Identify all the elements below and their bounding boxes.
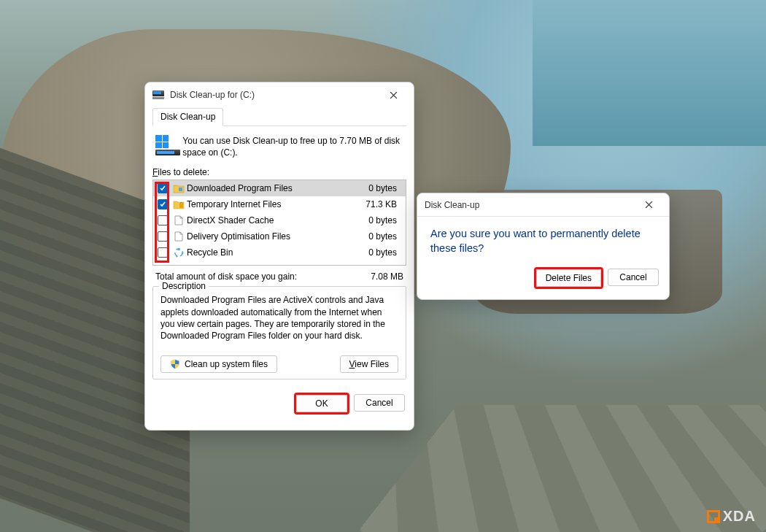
desktop-wallpaper: Disk Clean-up for (C:) Disk Clean-up You…	[0, 0, 766, 532]
file-list-row[interactable]: Temporary Internet Files71.3 KB	[153, 196, 406, 212]
tab-strip: Disk Clean-up	[152, 107, 406, 126]
svg-rect-1	[179, 204, 183, 208]
files-list[interactable]: Downloaded Program Files0 bytesTemporary…	[152, 180, 406, 266]
description-text: Downloaded Program Files are ActiveX con…	[160, 294, 398, 342]
file-checkbox[interactable]	[158, 247, 168, 258]
file-type-icon	[172, 183, 185, 193]
file-name: Recycle Bin	[185, 247, 355, 258]
close-button[interactable]	[379, 85, 408, 105]
view-files-button[interactable]: View Files	[340, 355, 398, 373]
file-list-row[interactable]: Delivery Optimisation Files0 bytes	[153, 228, 406, 244]
file-name: Temporary Internet Files	[185, 199, 355, 209]
confirm-close-button[interactable]	[634, 195, 663, 215]
description-groupbox: Description Downloaded Program Files are…	[152, 286, 406, 379]
file-checkbox[interactable]	[158, 215, 168, 225]
file-type-icon	[172, 199, 185, 209]
wallpaper-pavers	[357, 405, 766, 532]
delete-files-button[interactable]: Delete Files	[536, 269, 601, 287]
shield-icon	[170, 359, 180, 369]
file-checkbox[interactable]	[158, 231, 168, 242]
xda-watermark: XDA	[707, 508, 756, 525]
file-size: 0 bytes	[355, 183, 401, 193]
window-title: Disk Clean-up for (C:)	[170, 90, 379, 100]
close-icon	[645, 201, 653, 209]
file-checkbox[interactable]	[158, 199, 168, 209]
intro-text: You can use Disk Clean-up to free up to …	[182, 135, 403, 158]
close-icon	[390, 91, 398, 99]
ok-button[interactable]: OK	[296, 395, 347, 412]
file-type-icon	[172, 231, 185, 242]
files-to-delete-label: Files to delete:	[152, 167, 406, 177]
file-size: 0 bytes	[355, 247, 401, 258]
file-checkbox[interactable]	[158, 183, 168, 193]
svg-rect-0	[179, 188, 182, 191]
file-list-row[interactable]: DirectX Shader Cache0 bytes	[153, 212, 406, 228]
description-legend: Description	[159, 281, 209, 291]
disk-cleanup-window: Disk Clean-up for (C:) Disk Clean-up You…	[144, 82, 414, 431]
total-gain-value: 7.08 MB	[371, 271, 403, 282]
confirm-dialog: Disk Clean-up Are you sure you want to p…	[417, 193, 670, 300]
wallpaper-ocean	[533, 0, 766, 146]
file-type-icon	[172, 247, 185, 258]
file-size: 71.3 KB	[355, 199, 401, 209]
file-list-row[interactable]: Recycle Bin0 bytes	[153, 244, 406, 261]
clean-system-files-button[interactable]: Clean up system files	[160, 355, 277, 373]
file-name: Downloaded Program Files	[185, 183, 355, 193]
view-files-label-rest: iew Files	[355, 359, 389, 369]
confirm-cancel-button[interactable]: Cancel	[608, 269, 659, 286]
file-name: Delivery Optimisation Files	[185, 231, 355, 242]
titlebar[interactable]: Disk Clean-up for (C:)	[145, 82, 414, 107]
drive-mini-icon	[152, 90, 164, 99]
file-size: 0 bytes	[355, 215, 401, 225]
clean-system-files-label: Clean up system files	[185, 359, 268, 369]
file-type-icon	[172, 215, 185, 225]
file-name: DirectX Shader Cache	[185, 215, 355, 225]
xda-logo-icon	[707, 510, 720, 523]
xda-watermark-text: XDA	[723, 508, 756, 525]
file-size: 0 bytes	[355, 231, 401, 242]
confirm-message: Are you sure you want to permanently del…	[430, 227, 656, 255]
cancel-button[interactable]: Cancel	[354, 394, 405, 412]
confirm-title: Disk Clean-up	[425, 200, 634, 210]
drive-icon	[155, 135, 175, 155]
tab-disk-cleanup[interactable]: Disk Clean-up	[152, 108, 223, 126]
total-gain-label: Total amount of disk space you gain:	[155, 271, 297, 282]
file-list-row[interactable]: Downloaded Program Files0 bytes	[153, 180, 406, 196]
